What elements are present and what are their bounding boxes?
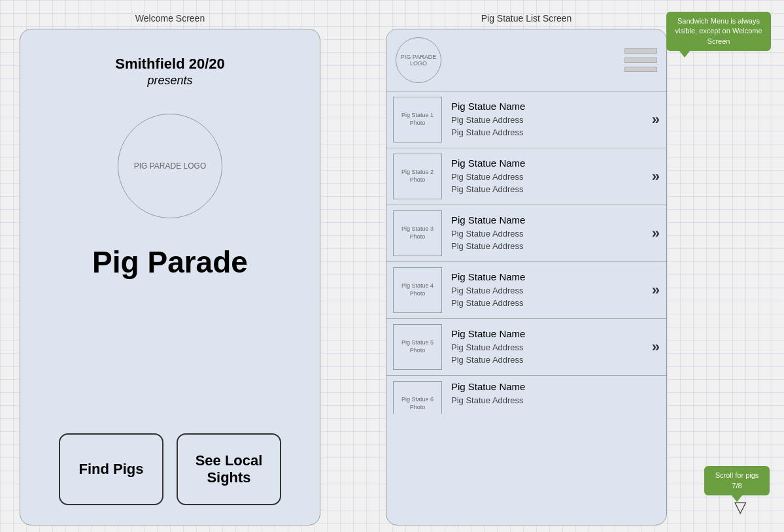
pig-photo-box: Pig Statue 4 Photo (393, 267, 442, 313)
list-phone-frame: PIG PARADE LOGO Pig Statue 1 PhotoPig St… (386, 29, 667, 525)
sandwich-menu-tooltip: Sandwich Menu is always visible, except … (666, 12, 771, 51)
hamburger-menu-button[interactable] (624, 48, 657, 72)
welcome-screen-section: Welcome Screen Smithfield 20/20 presents… (20, 13, 320, 525)
pig-statue-name: Pig Statue Name (451, 328, 648, 339)
welcome-screen-label: Welcome Screen (20, 13, 320, 24)
chevron-right-icon: » (648, 282, 660, 299)
hamburger-line-2 (624, 58, 657, 63)
welcome-subtitle: presents (147, 74, 192, 88)
list-screen-section: Pig Statue List Screen PIG PARADE LOGO P… (386, 13, 667, 525)
pig-statue-name: Pig Statue Name (451, 101, 648, 112)
pig-info: Pig Statue NamePig Statue Address Pig St… (442, 158, 648, 196)
welcome-buttons-container: Find Pigs See Local Sights (59, 433, 281, 505)
list-header: PIG PARADE LOGO (386, 29, 666, 91)
list-item[interactable]: Pig Statue 2 PhotoPig Statue NamePig Sta… (386, 148, 666, 205)
pig-statue-address: Pig Statue Address Pig Statue Address (451, 341, 648, 367)
pig-statue-name: Pig Statue Name (451, 271, 648, 282)
pig-statue-address: Pig Statue Address Pig Statue Address (451, 114, 648, 139)
pig-photo-box: Pig Statue 1 Photo (393, 97, 442, 142)
pig-statue-address: Pig Statue Address (451, 394, 660, 407)
pig-photo-box: Pig Statue 5 Photo (393, 324, 442, 370)
pig-statue-name: Pig Statue Name (451, 214, 648, 225)
chevron-right-icon: » (648, 339, 660, 356)
list-item[interactable]: Pig Statue 5 PhotoPig Statue NamePig Sta… (386, 319, 666, 376)
list-screen-label: Pig Statue List Screen (386, 13, 667, 24)
pig-info: Pig Statue NamePig Statue Address (442, 381, 660, 407)
welcome-logo-circle: PIG PARADE LOGO (118, 114, 222, 218)
chevron-right-icon: » (648, 168, 660, 185)
pig-info: Pig Statue NamePig Statue Address Pig St… (442, 101, 648, 139)
pig-photo-box: Pig Statue 3 Photo (393, 210, 442, 256)
welcome-title: Smithfield 20/20 (115, 56, 225, 73)
welcome-phone-frame: Smithfield 20/20 presents PIG PARADE LOG… (20, 29, 320, 525)
list-item[interactable]: Pig Statue 1 PhotoPig Statue NamePig Sta… (386, 91, 666, 148)
pig-statue-address: Pig Statue Address Pig Statue Address (451, 284, 648, 310)
header-logo-text: PIG PARADE LOGO (396, 54, 441, 67)
chevron-right-icon: » (648, 111, 660, 128)
list-item[interactable]: Pig Statue 6 PhotoPig Statue NamePig Sta… (386, 376, 666, 414)
find-pigs-button[interactable]: Find Pigs (59, 433, 163, 505)
list-item[interactable]: Pig Statue 4 PhotoPig Statue NamePig Sta… (386, 262, 666, 319)
hamburger-line-3 (624, 67, 657, 72)
list-body: Pig Statue 1 PhotoPig Statue NamePig Sta… (386, 91, 666, 525)
see-local-sights-button[interactable]: See Local Sights (177, 433, 281, 505)
pig-photo-box: Pig Statue 6 Photo (393, 381, 442, 414)
header-logo-circle: PIG PARADE LOGO (396, 37, 441, 83)
pig-info: Pig Statue NamePig Statue Address Pig St… (442, 214, 648, 253)
pig-photo-box: Pig Statue 2 Photo (393, 154, 442, 199)
hamburger-line-1 (624, 48, 657, 54)
scroll-down-arrow: ▽ (734, 498, 746, 516)
pig-statue-name: Pig Statue Name (451, 158, 648, 169)
pig-info: Pig Statue NamePig Statue Address Pig St… (442, 271, 648, 310)
list-item[interactable]: Pig Statue 3 PhotoPig Statue NamePig Sta… (386, 205, 666, 262)
app-name-title: Pig Parade (92, 244, 248, 280)
pig-statue-address: Pig Statue Address Pig Statue Address (451, 171, 648, 196)
scroll-tooltip: Scroll for pigs 7/8 (704, 466, 770, 495)
pig-statue-address: Pig Statue Address Pig Statue Address (451, 227, 648, 253)
chevron-right-icon: » (648, 225, 660, 242)
welcome-logo-text: PIG PARADE LOGO (134, 161, 206, 171)
pig-info: Pig Statue NamePig Statue Address Pig St… (442, 328, 648, 367)
pig-statue-name: Pig Statue Name (451, 381, 660, 392)
